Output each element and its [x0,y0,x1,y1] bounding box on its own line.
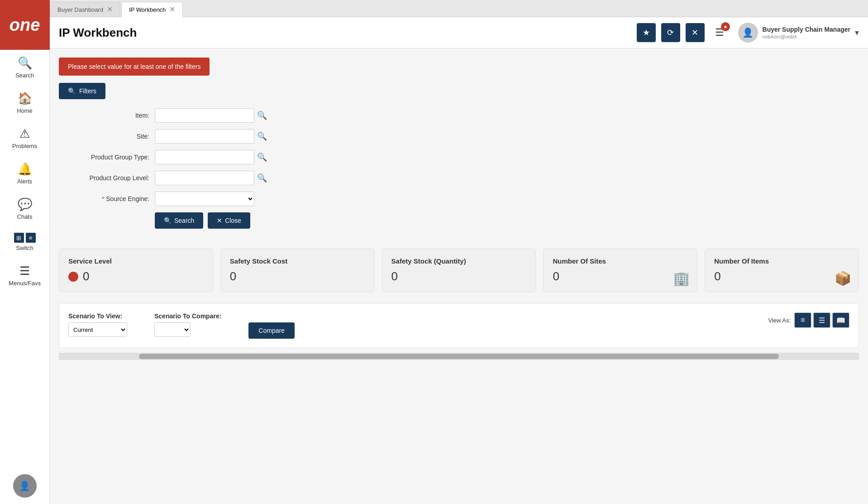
user-dropdown-arrow[interactable]: ▾ [855,28,859,38]
scenario-compare-field: Scenario To Compare: [154,312,221,337]
user-details: Buyer Supply Chain Manager nob4ocr@nob4 [763,25,850,40]
stats-row: Service Level 0 Safety Stock Cost 0 Safe… [59,249,859,292]
sidebar-bottom: 👤 [0,468,49,504]
view-as-section: View As: ≡ ☰ 📖 [768,312,849,328]
search-icon: 🔍 [18,56,32,70]
safety-stock-cost-label: Safety Stock Cost [230,257,365,265]
sidebar-item-chats[interactable]: 💬 Chats [0,191,49,226]
number-of-sites-value-row: 0 [553,269,688,283]
required-star: * [102,195,104,202]
product-group-type-input[interactable] [155,150,254,164]
product-group-type-label: Product Group Type: [59,154,149,161]
sidebar-item-home[interactable]: 🏠 Home [0,85,49,120]
close-action-button[interactable]: ✕ Close [208,212,250,229]
main-area: Buyer Dashboard ✕ IP Workbench ✕ IP Work… [50,0,868,504]
sidebar-label-home: Home [17,107,33,114]
view-as-list-button[interactable]: ≡ [794,312,811,328]
stat-card-safety-stock-qty: Safety Stock (Quantity) 0 [382,249,536,292]
safety-stock-qty-label: Safety Stock (Quantity) [391,257,527,265]
close-btn-label: Close [225,217,241,224]
filter-icon: 🔍 [68,87,76,95]
search-button[interactable]: 🔍 Search [155,212,203,229]
sidebar-label-problems: Problems [12,143,37,149]
site-input-wrap: 🔍 [155,129,267,144]
refresh-icon: ⟳ [667,28,674,38]
stat-card-service-level: Service Level 0 [59,249,213,292]
star-button[interactable]: ★ [637,23,656,42]
sidebar-item-alerts[interactable]: 🔔 Alerts [0,156,49,191]
sidebar-item-switch[interactable]: ⊞ ≡ Switch [0,226,49,258]
close-icon: ✕ [692,28,698,38]
scenario-view-field: Scenario To View: Current [68,312,127,337]
product-group-level-icon[interactable]: 🔍 [257,173,267,183]
number-of-items-value-row: 0 [714,269,849,283]
item-label: Item: [59,112,149,119]
tab-buyer-dashboard-close[interactable]: ✕ [107,6,113,13]
detail-view-icon: ☰ [819,316,825,325]
scenario-view-label: Scenario To View: [68,312,127,320]
filters-button-label: Filters [79,87,96,95]
error-message: Please select value for at least one of … [68,63,200,70]
user-role: Buyer Supply Chain Manager [763,25,850,34]
view-as-detail-button[interactable]: ☰ [813,312,830,328]
scenario-compare-select[interactable] [154,322,191,337]
item-search-icon[interactable]: 🔍 [257,110,267,120]
close-button[interactable]: ✕ [686,23,705,42]
product-group-type-icon[interactable]: 🔍 [257,152,267,162]
compare-button[interactable]: Compare [248,322,295,339]
action-buttons: 🔍 Search ✕ Close [155,212,859,229]
tab-ip-workbench[interactable]: IP Workbench ✕ [121,2,183,17]
safety-stock-cost-value: 0 [230,269,236,283]
app-logo[interactable]: one [0,0,50,50]
compare-btn-label: Compare [258,327,285,334]
scrollbar-thumb[interactable] [139,354,779,359]
home-icon: 🏠 [18,91,32,106]
header: IP Workbench ★ ⟳ ✕ ☰ ★ 👤 Buyer Supply Ch… [50,17,868,48]
safety-stock-qty-value-row: 0 [391,269,527,283]
switch-icon-right: ≡ [26,233,36,243]
filter-row-site: Site: 🔍 [59,129,859,144]
product-group-level-input[interactable] [155,171,254,185]
sidebar-item-problems[interactable]: ⚠ Problems [0,120,49,156]
star-icon: ★ [643,28,650,38]
filter-row-item: Item: 🔍 [59,108,859,123]
horizontal-scrollbar[interactable] [59,353,859,360]
switch-icon-left: ⊞ [14,233,24,243]
scenario-view-select[interactable]: Current [68,322,127,337]
avatar-placeholder: 👤 [742,27,754,38]
site-label: Site: [59,133,149,140]
scenario-compare-label: Scenario To Compare: [154,312,221,320]
site-input[interactable] [155,129,254,144]
filters-button[interactable]: 🔍 Filters [59,83,105,99]
safety-stock-qty-value: 0 [391,269,398,283]
item-input[interactable] [155,108,254,123]
filter-form: Item: 🔍 Site: 🔍 Product Group Type: 🔍 [59,108,859,249]
sidebar-item-menus[interactable]: ☰ Menus/Favs [0,258,49,293]
product-group-level-label: Product Group Level: [59,174,149,182]
filter-row-product-group-type: Product Group Type: 🔍 [59,150,859,164]
avatar-icon: 👤 [19,480,30,491]
view-as-book-button[interactable]: 📖 [832,312,849,328]
stat-card-number-of-items: Number Of Items 0 📦 [705,249,859,292]
notification-badge: ★ [721,22,730,31]
item-input-wrap: 🔍 [155,108,267,123]
view-as-label: View As: [768,317,791,324]
tab-ip-workbench-close[interactable]: ✕ [169,6,175,13]
content-area: Please select value for at least one of … [50,48,868,504]
safety-stock-cost-value-row: 0 [230,269,365,283]
sidebar-item-search[interactable]: 🔍 Search [0,50,49,85]
user-avatar-sidebar[interactable]: 👤 [13,474,37,498]
sidebar-label-chats: Chats [17,213,33,220]
source-engine-select[interactable] [155,192,254,206]
tab-ip-workbench-label: IP Workbench [129,6,166,13]
book-view-icon: 📖 [836,316,845,325]
sidebar-label-alerts: Alerts [17,178,32,185]
error-banner: Please select value for at least one of … [59,58,210,76]
menu-button[interactable]: ☰ ★ [710,23,729,42]
site-search-icon[interactable]: 🔍 [257,131,267,141]
close-btn-icon: ✕ [217,217,222,224]
tab-buyer-dashboard[interactable]: Buyer Dashboard ✕ [50,2,120,17]
list-view-icon: ≡ [801,316,805,324]
refresh-button[interactable]: ⟳ [661,23,680,42]
warning-icon: ⚠ [19,127,30,141]
